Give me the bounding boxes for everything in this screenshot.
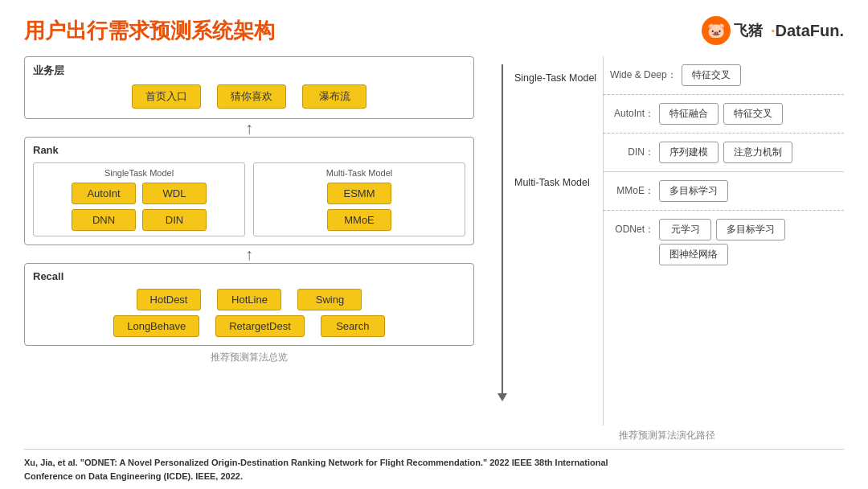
biz-item-1: 首页入口	[132, 84, 201, 109]
multi-task-group-label-container: Multi-Task Model	[514, 167, 603, 425]
recall-rows: HotDest HotLine Swing LongBehave Retarge…	[33, 289, 465, 337]
wide-deep-row: Wide & Deep： 特征交叉	[610, 64, 837, 86]
multi-task-sub: Multi-Task Model ESMM MMoE	[253, 162, 465, 236]
rank-inner: SingleTask Model AutoInt WDL DNN DIN	[33, 162, 465, 236]
single-task-sub: SingleTask Model AutoInt WDL DNN DIN	[33, 162, 245, 236]
right-top: Single-Task Model Multi-Task Model Wide …	[490, 56, 844, 425]
rank-layer-label: Rank	[33, 144, 465, 156]
multi-task-rows: ESMM MMoE	[260, 183, 458, 231]
longbehave-box: LongBehave	[113, 315, 199, 337]
hotdest-box: HotDest	[137, 289, 202, 310]
arrow-biz-rank: ↑	[24, 119, 474, 137]
right-caption: 推荐预测算法演化路径	[490, 429, 844, 442]
section-autoint: AutoInt： 特征融合 特征交叉	[604, 95, 844, 134]
esmm-box: ESMM	[327, 183, 391, 204]
hotline-box: HotLine	[217, 289, 281, 310]
odnet-item-3: 图神经网络	[659, 244, 728, 265]
mmoe-row: MMoE： 多目标学习	[610, 180, 837, 202]
page-title: 用户出行需求预测系统架构	[24, 17, 275, 45]
odnet-row-1: ODNet： 元学习 多目标学习	[610, 219, 837, 240]
odnet-item-1: 元学习	[659, 219, 711, 240]
biz-item-2: 猜你喜欢	[217, 84, 286, 109]
section-odnet: ODNet： 元学习 多目标学习 图神经网络	[604, 211, 844, 273]
section-wide-deep: Wide & Deep： 特征交叉	[604, 56, 844, 95]
autoint-label: AutoInt：	[610, 107, 654, 121]
vertical-line	[502, 64, 503, 393]
single-task-group-label-container: Single-Task Model	[514, 63, 603, 167]
multi-task-label: Multi-Task Model	[260, 168, 458, 178]
single-task-group-label: Single-Task Model	[514, 72, 596, 84]
recall-layer: Recall HotDest HotLine Swing LongBehave …	[24, 263, 474, 346]
biz-layer: 业务层 首页入口 猜你喜欢 瀑布流	[24, 56, 474, 119]
single-task-label: SingleTask Model	[40, 168, 238, 178]
biz-boxes: 首页入口 猜你喜欢 瀑布流	[33, 84, 465, 109]
multi-task-row-1: ESMM	[260, 183, 458, 204]
right-arrow-col	[490, 56, 514, 425]
main-content: 业务层 首页入口 猜你喜欢 瀑布流 ↑ Rank SingleTask Mode…	[24, 56, 844, 442]
left-caption: 推荐预测算法总览	[24, 351, 474, 364]
section-mmoe: MMoE： 多目标学习	[604, 172, 844, 211]
header: 用户出行需求预测系统架构 🐷 飞猪 ·DataFun.	[24, 16, 844, 45]
odnet-row-2: 图神经网络	[610, 244, 837, 265]
din-box: DIN	[142, 209, 207, 231]
multi-task-row-2: MMoE	[260, 209, 458, 231]
mmoe-item-1: 多目标学习	[659, 180, 728, 202]
citation-text: Xu, Jia, et al. "ODNET: A Novel Personal…	[24, 458, 608, 481]
recall-row-2: LongBehave RetargetDest Search	[33, 315, 465, 337]
single-task-rows: AutoInt WDL DNN DIN	[40, 183, 238, 231]
autoint-box: AutoInt	[72, 183, 136, 204]
wide-deep-label: Wide & Deep：	[610, 68, 677, 82]
din-row: DIN： 序列建模 注意力机制	[610, 142, 837, 163]
section-din: DIN： 序列建模 注意力机制	[604, 134, 844, 172]
odnet-item-2: 多目标学习	[716, 219, 785, 240]
citation: Xu, Jia, et al. "ODNET: A Novel Personal…	[24, 449, 844, 483]
arrow-recall-rank: ↑	[24, 245, 474, 263]
page: 用户出行需求预测系统架构 🐷 飞猪 ·DataFun. 业务层 首页入口	[0, 0, 868, 489]
right-rows: Wide & Deep： 特征交叉 AutoInt： 特征融合 特征交叉	[603, 56, 844, 425]
din-label: DIN：	[610, 146, 654, 159]
logo-feizhu: 🐷 飞猪	[702, 16, 763, 45]
dnn-box: DNN	[72, 209, 136, 231]
mmoe-box: MMoE	[327, 209, 391, 231]
single-task-row-2: DNN DIN	[40, 209, 238, 231]
biz-layer-label: 业务层	[33, 64, 465, 78]
arrow-down	[497, 393, 507, 401]
multi-task-group-label: Multi-Task Model	[514, 177, 590, 188]
feizhu-label: 飞猪	[734, 21, 763, 40]
odnet-label: ODNet：	[610, 223, 654, 236]
search-box: Search	[321, 315, 385, 337]
single-task-row-1: AutoInt WDL	[40, 183, 238, 204]
datafun-label: DataFun.	[775, 22, 844, 39]
left-diagram: 业务层 首页入口 猜你喜欢 瀑布流 ↑ Rank SingleTask Mode…	[24, 56, 474, 442]
retargetdest-box: RetargetDest	[215, 315, 305, 337]
mmoe-label: MMoE：	[610, 184, 654, 198]
right-diagram-wrapper: Single-Task Model Multi-Task Model Wide …	[490, 56, 844, 442]
rank-layer: Rank SingleTask Model AutoInt WDL DNN	[24, 137, 474, 245]
autoint-row: AutoInt： 特征融合 特征交叉	[610, 103, 837, 125]
recall-row-1: HotDest HotLine Swing	[33, 289, 465, 310]
logo-datafun: ·DataFun.	[771, 22, 844, 40]
autoint-item-2: 特征交叉	[723, 103, 783, 125]
wide-deep-item-1: 特征交叉	[682, 64, 741, 86]
wdl-box: WDL	[142, 183, 207, 204]
din-item-1: 序列建模	[659, 142, 719, 163]
autoint-item-1: 特征融合	[659, 103, 719, 125]
logos: 🐷 飞猪 ·DataFun.	[702, 16, 844, 45]
recall-layer-label: Recall	[33, 270, 465, 282]
group-labels-col: Single-Task Model Multi-Task Model	[514, 56, 603, 425]
din-item-2: 注意力机制	[723, 142, 792, 163]
biz-item-3: 瀑布流	[302, 84, 366, 109]
swing-box: Swing	[297, 289, 362, 310]
feizhu-icon: 🐷	[702, 16, 731, 45]
